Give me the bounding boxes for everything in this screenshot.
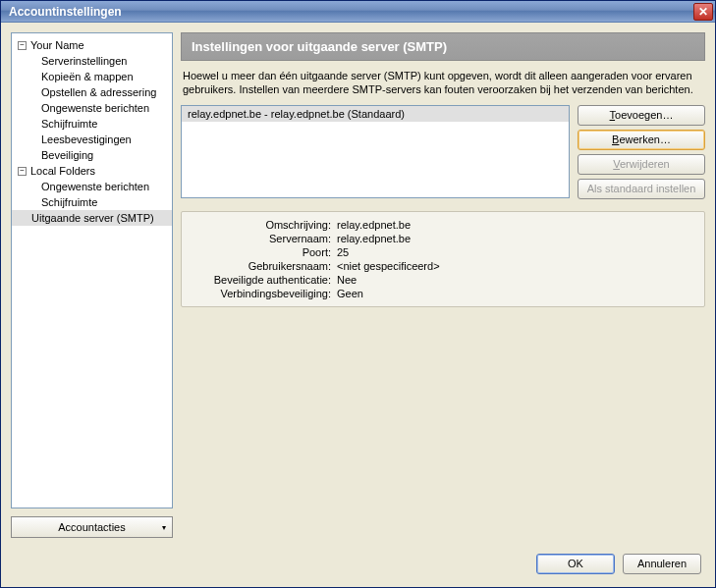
window-title: Accountinstellingen: [9, 5, 693, 19]
account-actions-button[interactable]: Accountacties ▾: [11, 516, 173, 538]
detail-value-description: relay.edpnet.be: [337, 219, 411, 231]
smtp-details-panel: Omschrijving: relay.edpnet.be Servernaam…: [181, 211, 705, 307]
detail-label-secureauth: Beveiligde authenticatie:: [190, 274, 337, 286]
edit-button[interactable]: Bewerken…: [578, 130, 705, 150]
detail-label-servername: Servernaam:: [190, 233, 337, 244]
close-icon: ✕: [698, 5, 708, 19]
detail-value-servername: relay.edpnet.be: [337, 233, 411, 244]
smtp-server-list[interactable]: relay.edpnet.be - relay.edpnet.be (Stand…: [181, 105, 570, 198]
set-default-button: Als standaard instellen: [578, 179, 705, 199]
detail-value-secureauth: Nee: [337, 274, 357, 286]
tree-account-label: Your Name: [30, 39, 84, 51]
tree-item-schijf-1[interactable]: Schijfruimte: [12, 116, 172, 132]
minus-icon[interactable]: −: [18, 167, 27, 176]
smtp-server-row[interactable]: relay.edpnet.be - relay.edpnet.be (Stand…: [182, 106, 569, 122]
chevron-down-icon: ▾: [162, 523, 166, 532]
titlebar: Accountinstellingen ✕: [1, 1, 715, 23]
account-actions-label: Accountacties: [58, 521, 125, 533]
panel-description: Hoewel u meer dan één uitgaande server (…: [181, 61, 705, 105]
detail-value-connsec: Geen: [337, 288, 363, 299]
tree-item-beveiliging[interactable]: Beveiliging: [12, 147, 172, 163]
tree-item-serverinstellingen[interactable]: Serverinstellingen: [12, 53, 172, 69]
panel-title: Instellingen voor uitgaande server (SMTP…: [181, 32, 705, 61]
account-tree[interactable]: − Your Name Serverinstellingen Kopieën &…: [11, 32, 173, 508]
cancel-button[interactable]: Annuleren: [623, 554, 701, 574]
tree-account-label: Local Folders: [30, 165, 95, 177]
add-button[interactable]: Toevoegen…: [578, 105, 705, 126]
close-button[interactable]: ✕: [693, 3, 713, 21]
tree-item-ongewenst-1[interactable]: Ongewenste berichten: [12, 100, 172, 116]
tree-account-yourname[interactable]: − Your Name: [12, 37, 172, 53]
tree-item-ongewenst-2[interactable]: Ongewenste berichten: [12, 179, 172, 194]
tree-item-schijf-2[interactable]: Schijfruimte: [12, 194, 172, 210]
minus-icon[interactable]: −: [18, 41, 27, 50]
tree-item-smtp[interactable]: Uitgaande server (SMTP): [12, 210, 172, 226]
detail-label-port: Poort:: [190, 246, 337, 258]
detail-label-connsec: Verbindingsbeveiliging:: [190, 288, 337, 299]
detail-value-username: <niet gespecificeerd>: [337, 260, 440, 272]
tree-item-opstellen[interactable]: Opstellen & adressering: [12, 84, 172, 100]
detail-label-description: Omschrijving:: [190, 219, 337, 231]
tree-item-leesbevestigingen[interactable]: Leesbevestigingen: [12, 132, 172, 147]
detail-value-port: 25: [337, 246, 349, 258]
detail-label-username: Gebruikersnaam:: [190, 260, 337, 272]
ok-button[interactable]: OK: [536, 554, 615, 574]
tree-item-kopieen[interactable]: Kopieën & mappen: [12, 69, 172, 84]
remove-button: Verwijderen: [578, 154, 705, 175]
tree-account-localfolders[interactable]: − Local Folders: [12, 163, 172, 179]
